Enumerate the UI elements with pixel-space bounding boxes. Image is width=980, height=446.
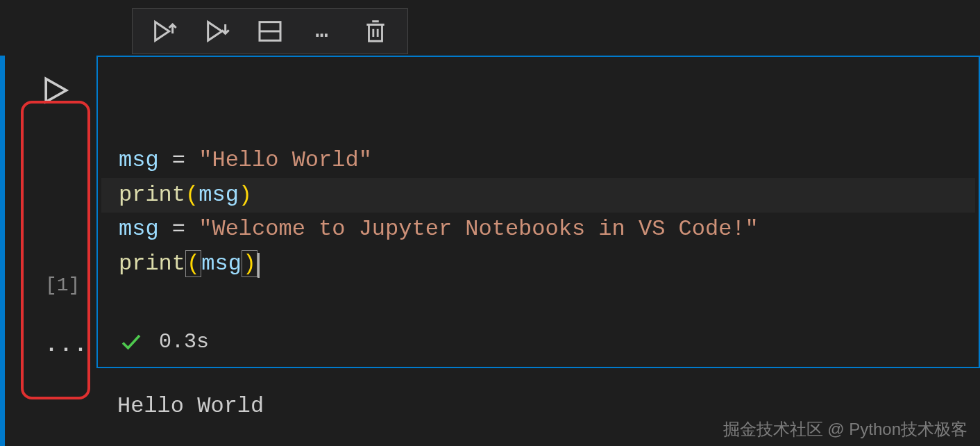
execution-time: 0.3s [159, 330, 209, 354]
split-cell-button[interactable] [245, 12, 295, 51]
ellipsis-icon: … [315, 26, 330, 37]
delete-cell-button[interactable] [350, 12, 400, 51]
cell-toolbar: … [132, 8, 408, 54]
run-below-icon [203, 17, 231, 45]
notebook-cell: [1] ... msg = "Hello World" print(msg) m… [0, 56, 980, 446]
collapse-output-button[interactable]: ... [45, 333, 89, 357]
cell-focus-indicator [0, 56, 5, 446]
matched-bracket-close: ) [242, 250, 257, 277]
run-cells-above-button[interactable] [140, 12, 189, 51]
code-token: msg [119, 147, 159, 173]
text-cursor [257, 253, 260, 278]
run-above-icon [151, 17, 178, 45]
run-cell-and-below-button[interactable] [192, 12, 242, 51]
run-cell-button[interactable] [40, 75, 70, 109]
execution-count: [1] [45, 274, 80, 296]
matched-bracket-open: ( [185, 250, 201, 277]
split-cell-icon [256, 17, 284, 45]
cell-status-bar: 0.3s [98, 324, 979, 367]
output-line: Hello World [117, 393, 264, 419]
trash-icon [362, 18, 389, 44]
play-icon [40, 75, 70, 106]
cell-gutter: [1] ... [5, 56, 96, 446]
watermark-text: 掘金技术社区 @ Python技术极客 [723, 418, 968, 440]
more-actions-button[interactable]: … [298, 12, 348, 51]
success-check-icon [119, 329, 144, 354]
cell-editor-container: msg = "Hello World" print(msg) msg = "We… [96, 56, 980, 368]
code-editor[interactable]: msg = "Hello World" print(msg) msg = "We… [98, 57, 979, 324]
